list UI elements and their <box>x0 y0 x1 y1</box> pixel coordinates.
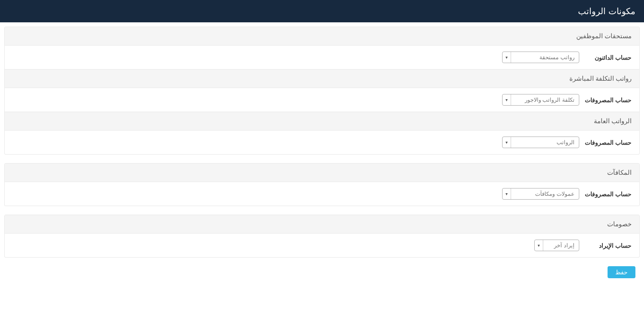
section-header-direct-cost: رواتب التكلفة المباشرة <box>5 69 639 88</box>
form-row-expense-direct: حساب المصروفات تكلفة الرواتب والاجور ▾ <box>5 88 639 112</box>
form-row-expense-bonus: حساب المصروفات عمولات ومكافآت ▾ <box>5 182 639 206</box>
select-revenue-account-wrapper: إيراد آخر ▾ <box>534 240 579 251</box>
label-revenue-account: حساب الإيراد <box>584 242 632 249</box>
select-expense-direct[interactable]: تكلفة الرواتب والاجور <box>502 94 579 106</box>
form-row-revenue-account: حساب الإيراد إيراد آخر ▾ <box>5 234 639 257</box>
select-expense-bonus[interactable]: عمولات ومكافآت <box>502 188 579 200</box>
actions-row: حفظ <box>4 266 640 287</box>
page-title: مكونات الرواتب <box>578 6 635 16</box>
select-creditor-account[interactable]: رواتب مستحقة <box>502 52 579 63</box>
form-row-creditor-account: حساب الدائنون رواتب مستحقة ▾ <box>5 46 639 69</box>
section-header-general-salaries: الرواتب العامة <box>5 112 639 131</box>
panel-bonuses: المكافآت حساب المصروفات عمولات ومكافآت ▾ <box>4 163 640 206</box>
select-expense-bonus-wrapper: عمولات ومكافآت ▾ <box>502 188 579 200</box>
label-expense-direct: حساب المصروفات <box>584 97 632 103</box>
main-container: مستحقات الموظفين حساب الدائنون رواتب مست… <box>0 22 644 291</box>
label-expense-bonus: حساب المصروفات <box>584 191 632 198</box>
label-creditor-account: حساب الدائنون <box>584 54 632 61</box>
select-expense-direct-wrapper: تكلفة الرواتب والاجور ▾ <box>502 94 579 106</box>
label-expense-general: حساب المصروفات <box>584 139 632 146</box>
select-creditor-account-wrapper: رواتب مستحقة ▾ <box>502 52 579 63</box>
panel-deductions: خصومات حساب الإيراد إيراد آخر ▾ <box>4 215 640 258</box>
form-row-expense-general: حساب المصروفات الرواتب ▾ <box>5 131 639 154</box>
select-expense-general[interactable]: الرواتب <box>502 137 579 148</box>
select-revenue-account[interactable]: إيراد آخر <box>534 240 579 251</box>
section-header-bonuses: المكافآت <box>5 164 639 182</box>
save-button[interactable]: حفظ <box>608 266 635 278</box>
section-header-deductions: خصومات <box>5 215 639 234</box>
select-expense-general-wrapper: الرواتب ▾ <box>502 137 579 148</box>
panel-employee-dues: مستحقات الموظفين حساب الدائنون رواتب مست… <box>4 27 640 155</box>
section-header-employee-dues: مستحقات الموظفين <box>5 27 639 46</box>
page-header: مكونات الرواتب <box>0 0 644 22</box>
